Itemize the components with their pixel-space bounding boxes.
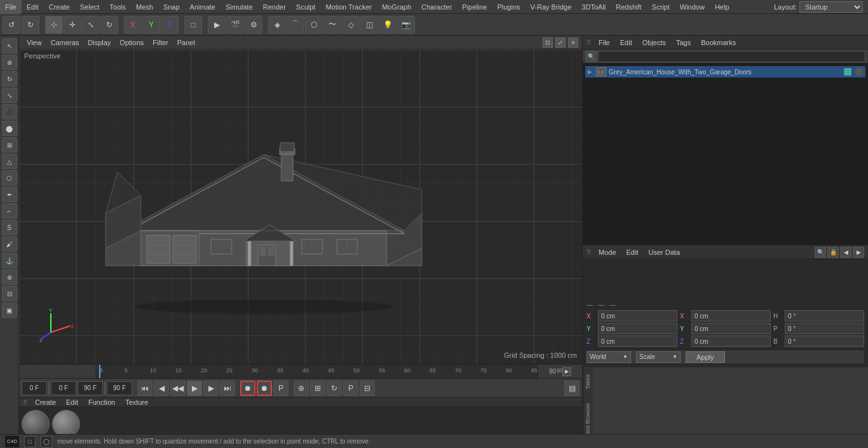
status-btn-1[interactable]: □ [24,436,36,447]
render-picture-button[interactable]: 🎬 [226,16,244,34]
sidebar-cone[interactable]: △ [2,154,17,169]
world-dropdown[interactable]: World ▼ [587,351,631,363]
menu-script[interactable]: Script [647,0,675,14]
sidebar-pointer[interactable]: ↖ [2,38,17,53]
polygon-button[interactable]: ⬡ [305,16,323,34]
panel-menu[interactable]: Panel [173,38,199,47]
viewport-menu[interactable]: ≡ [568,37,578,48]
menu-mesh[interactable]: Mesh [131,0,158,14]
menu-motion-tracker[interactable]: Motion Tracker [320,0,377,14]
sidebar-paint[interactable]: 🖌 [2,236,17,252]
light-button[interactable]: 💡 [379,16,397,34]
cameras-menu[interactable]: Cameras [47,38,83,47]
current-frame-input[interactable] [22,381,47,395]
obj-tags-btn[interactable]: Tags [674,39,693,46]
play-forward-button[interactable]: ▶ [187,381,202,396]
attr-nav-right[interactable]: ▶ [853,247,864,258]
scale-tool-button[interactable]: ⤡ [82,16,100,34]
object-mode-button[interactable]: □ [184,16,202,34]
keyframe-button[interactable]: P [273,381,288,396]
step-back-button[interactable]: ◀ [154,381,169,396]
frame-end-input[interactable] [78,381,103,395]
curve-button[interactable]: ⌒ [287,16,304,34]
record-button[interactable]: ⏺ [240,381,255,396]
menu-simulate[interactable]: Simulate [220,0,258,14]
viewport-maximize[interactable]: ⊡ [543,37,553,48]
menu-window[interactable]: Window [675,0,710,14]
render-preview-pb[interactable]: ▤ [564,381,580,396]
render-viewport-button[interactable]: ▶ [208,16,226,34]
frame-start-input[interactable] [51,381,76,395]
camera-button[interactable]: 📷 [397,16,415,34]
menu-vray[interactable]: V-Ray Bridge [526,0,577,14]
undo-button[interactable]: ↺ [3,16,20,34]
snap-tool-pb[interactable]: P [343,381,358,396]
menu-file[interactable]: File [0,0,22,14]
mat-create-btn[interactable]: Create [32,398,58,406]
menu-tools[interactable]: Tools [104,0,131,14]
rotate-tool-button[interactable]: ↻ [100,16,118,34]
mat-function-btn[interactable]: Function [86,398,118,406]
axis-x-button[interactable]: X [124,16,142,34]
menu-plugins[interactable]: Plugins [492,0,525,14]
attr-edit-btn[interactable]: Edit [624,248,641,256]
menu-mograph[interactable]: MoGraph [377,0,416,14]
menu-snap[interactable]: Snap [158,0,185,14]
obj-render-vis[interactable] [855,68,863,76]
coord-h-input[interactable]: 0 ° [785,310,864,322]
menu-sculpt[interactable]: Sculpt [291,0,321,14]
menu-animate[interactable]: Animate [185,0,220,14]
menu-pipeline[interactable]: Pipeline [457,0,492,14]
coord-z-rot-input[interactable]: 0 cm [691,336,771,347]
object-row-house[interactable]: ▶ L0 Grey_American_House_With_Two_Garage… [585,66,865,78]
attr-mode-btn[interactable]: Mode [596,248,619,256]
move-tool-button[interactable]: ✛ [64,16,81,34]
obj-bookmarks-btn[interactable]: Bookmarks [698,39,738,46]
menu-create[interactable]: Create [44,0,75,14]
obj-file-btn[interactable]: File [596,39,613,46]
sidebar-rotate[interactable]: ↻ [2,71,17,86]
coord-y-pos-input[interactable]: 0 cm [598,323,677,334]
grid-tool-pb[interactable]: ⊟ [360,381,375,396]
obj-search-input[interactable] [598,51,865,62]
axis-z-button[interactable]: Z [161,16,179,34]
play-back-button[interactable]: ◀◀ [170,381,186,396]
sidebar-corner[interactable]: ⌐ [2,203,17,219]
mat-texture-btn[interactable]: Texture [123,398,151,406]
menu-redshift[interactable]: Redshift [611,0,646,14]
scene-button[interactable]: ◇ [342,16,360,34]
vtab-takes[interactable]: Takes [583,367,593,396]
sidebar-box[interactable]: ▣ [2,302,17,318]
sidebar-move[interactable]: ⊕ [2,55,17,70]
scale-dropdown[interactable]: Scale ▼ [636,351,681,363]
spline-button[interactable]: 〜 [323,16,341,34]
menu-3dtoall[interactable]: 3DToAll [576,0,611,14]
sidebar-grid[interactable]: ⊞ [2,137,17,153]
obj-objects-btn[interactable]: Objects [640,39,668,46]
filter-menu[interactable]: Filter [149,38,172,47]
coord-y-rot-input[interactable]: 0 cm [691,323,771,334]
coord-z-pos-input[interactable]: 0 cm [598,336,677,347]
go-to-end-button[interactable]: ⏭ [220,381,235,396]
move-tool-pb[interactable]: ⊕ [294,381,309,396]
view-menu[interactable]: View [23,38,46,47]
apply-button[interactable]: Apply [686,351,725,363]
select-tool-button[interactable]: ⊹ [45,16,63,34]
coord-x-pos-input[interactable]: 0 cm [598,310,677,322]
status-btn-2[interactable]: ◯ [41,436,52,447]
options-menu[interactable]: Options [116,38,147,47]
menu-help[interactable]: Help [710,0,735,14]
menu-character[interactable]: Character [416,0,457,14]
mat-edit-btn[interactable]: Edit [64,398,81,406]
scale-tool-pb[interactable]: ⊞ [310,381,325,396]
render-settings-button[interactable]: ⚙ [245,16,262,34]
end-frame-arrow[interactable]: ▶ [562,367,571,376]
step-forward-button[interactable]: ▶ [203,381,219,396]
material-button[interactable]: ◫ [360,16,378,34]
axis-y-button[interactable]: Y [142,16,160,34]
rotate-tool-pb[interactable]: ↻ [327,381,342,396]
sidebar-cube[interactable]: ⬛ [2,104,17,119]
sidebar-pen[interactable]: ✒ [2,187,17,202]
menu-edit[interactable]: Edit [22,0,44,14]
timeline-inner[interactable]: 0 5 10 15 20 25 30 35 40 45 50 55 60 65 … [95,365,538,378]
